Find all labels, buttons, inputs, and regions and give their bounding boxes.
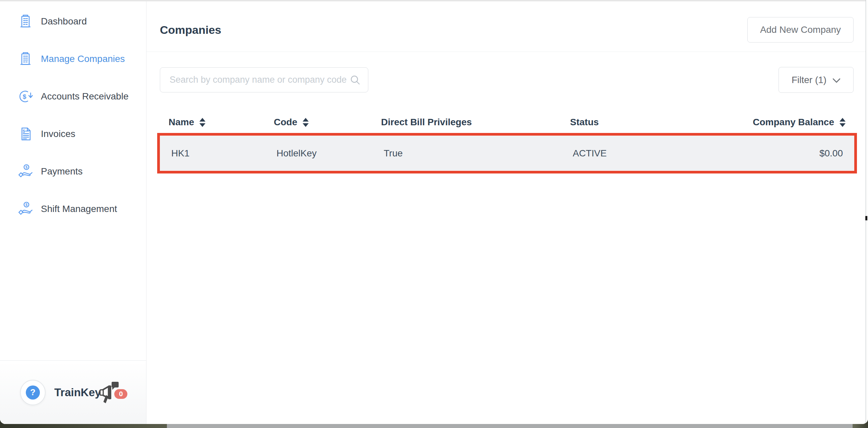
cell-status: ACTIVE <box>573 148 754 159</box>
dollar-circle-arrow-icon: $ <box>18 89 33 104</box>
brand-trainkey: TrainKey <box>54 386 101 399</box>
companies-table: Name Code Direct Bill Privileges Status <box>157 113 857 173</box>
sidebar-item-accounts-receivable[interactable]: $ Accounts Receivable <box>0 85 146 108</box>
table-row[interactable]: HK1 HotlelKey True ACTIVE $0.00 <box>160 136 854 170</box>
hand-coin-icon: $ <box>18 201 33 217</box>
toolbar: Filter (1) <box>147 67 868 93</box>
sidebar-item-invoices[interactable]: $ Invoices <box>0 122 146 146</box>
column-header-name[interactable]: Name <box>168 117 274 128</box>
column-header-direct-bill: Direct Bill Privileges <box>381 117 570 128</box>
column-header-company-balance[interactable]: Company Balance <box>751 117 857 128</box>
window-top-edge <box>0 0 868 1</box>
svg-text:$: $ <box>26 165 28 169</box>
sidebar-item-label: Accounts Receivable <box>41 91 128 102</box>
sort-icon <box>199 118 206 127</box>
announcement-count-badge: 0 <box>114 389 127 399</box>
cell-name: HK1 <box>171 148 277 159</box>
chevron-down-icon <box>833 78 840 83</box>
invoice-document-icon: $ <box>18 126 33 142</box>
building-icon <box>18 13 33 30</box>
sidebar-item-label: Payments <box>41 166 83 177</box>
sidebar-item-manage-companies[interactable]: Manage Companies <box>0 47 146 71</box>
filter-label: Filter (1) <box>792 75 827 86</box>
sort-icon <box>839 118 845 127</box>
table-header-row: Name Code Direct Bill Privileges Status <box>157 113 857 131</box>
sidebar-item-payments[interactable]: $ Payments <box>0 159 146 184</box>
app-window: Dashboard Manage Companies <box>0 0 868 424</box>
highlight-rectangle: HK1 HotlelKey True ACTIVE $0.00 <box>157 133 857 173</box>
screen: Documents Dashboard <box>0 0 868 428</box>
scrollbar <box>866 0 868 424</box>
column-header-code[interactable]: Code <box>274 117 381 128</box>
add-new-company-button[interactable]: Add New Company <box>747 17 854 42</box>
sort-icon <box>303 118 309 127</box>
column-header-status: Status <box>570 117 751 128</box>
question-mark-icon: ? <box>26 386 40 399</box>
sidebar-item-dashboard[interactable]: Dashboard <box>0 9 146 33</box>
sidebar-item-label: Manage Companies <box>41 54 125 64</box>
announcements-button[interactable]: 0 <box>99 381 130 404</box>
cell-balance: $0.00 <box>754 148 854 159</box>
page-header: Companies Add New Company <box>147 0 868 52</box>
sidebar-item-label: Shift Management <box>41 204 117 214</box>
svg-text:$: $ <box>26 203 28 207</box>
hand-coin-icon: $ <box>18 163 33 179</box>
sidebar: Dashboard Manage Companies <box>0 0 147 424</box>
search-box <box>160 67 368 92</box>
sidebar-footer: ? TrainKey 0 <box>0 360 146 424</box>
cell-code: HotlelKey <box>277 148 384 159</box>
building-icon <box>18 51 33 67</box>
sidebar-item-label: Invoices <box>41 129 75 139</box>
sidebar-item-label: Dashboard <box>41 16 87 27</box>
scrollbar-thumb[interactable] <box>865 216 867 220</box>
svg-text:$: $ <box>23 93 27 100</box>
search-input[interactable] <box>169 75 350 85</box>
svg-text:$: $ <box>23 129 25 134</box>
sidebar-nav: Dashboard Manage Companies <box>0 0 146 221</box>
sidebar-item-shift-management[interactable]: $ Shift Management <box>0 197 146 221</box>
main-content: Companies Add New Company Filter (1) <box>147 0 868 424</box>
cell-direct-bill: True <box>384 148 573 159</box>
search-icon <box>350 75 361 86</box>
help-button[interactable]: ? <box>20 380 45 405</box>
filter-button[interactable]: Filter (1) <box>778 67 854 93</box>
page-title: Companies <box>160 24 221 36</box>
